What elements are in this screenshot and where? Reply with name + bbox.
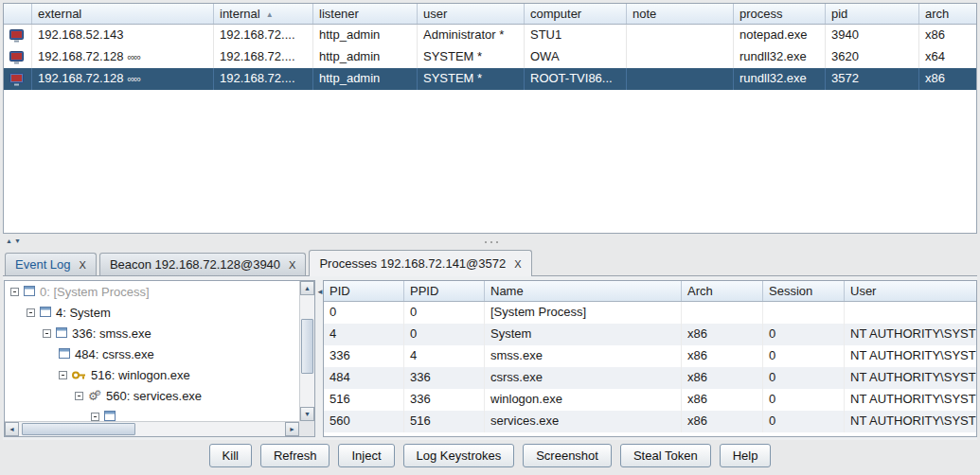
column-icon[interactable] [4, 4, 32, 24]
column-pid[interactable]: pid [826, 4, 919, 24]
scroll-up-icon[interactable]: ▲ [300, 281, 314, 295]
proc-name: System [485, 324, 682, 345]
column-user[interactable]: user [418, 4, 525, 24]
beacon-user: SYSTEM * [418, 68, 525, 90]
proc-ppid: 4 [404, 345, 485, 367]
tree-item[interactable]: 336: smss.exe [5, 323, 299, 343]
proc-name: [System Process] [485, 302, 682, 324]
tree-item[interactable]: 4: System [5, 302, 299, 323]
tree-item[interactable]: 0: [System Process] [5, 281, 299, 302]
chain-link-icon: ∞∞ [127, 73, 140, 84]
screenshot-button[interactable]: Screenshot [523, 444, 612, 467]
tab-beacon[interactable]: Beacon 192.168.72.128@3940 X [99, 253, 307, 275]
table-row-selected[interactable]: 192.168.72.128∞∞ 192.168.72.... http_adm… [4, 68, 976, 90]
column-listener[interactable]: listener [313, 4, 418, 24]
chain-link-icon: ∞∞ [127, 51, 140, 62]
beacon-internal: 192.168.72.... [214, 68, 313, 90]
beacon-listener: http_admin [313, 46, 418, 68]
column-arch[interactable]: Arch [682, 281, 763, 301]
collapse-expander-icon[interactable] [27, 308, 35, 317]
tab-label: Event Log [15, 257, 71, 272]
close-icon[interactable]: X [80, 259, 86, 271]
collapse-expander-icon[interactable] [75, 392, 83, 400]
window-icon [40, 306, 51, 320]
kill-button[interactable]: Kill [209, 444, 252, 467]
table-row[interactable]: 192.168.52.143 192.168.72.... http_admin… [4, 25, 976, 46]
proc-ppid: 516 [404, 411, 485, 432]
column-internal[interactable]: internal▲ [214, 4, 313, 24]
window-icon [56, 326, 67, 341]
column-session[interactable]: Session [763, 281, 845, 301]
table-row[interactable]: 516 336 winlogon.exe x86 0 NT AUTHORITY\… [324, 389, 976, 411]
proc-pid: 516 [324, 389, 404, 411]
column-user[interactable]: User [845, 281, 976, 301]
scrollbar-corner [299, 421, 314, 436]
inject-button[interactable]: Inject [338, 444, 394, 467]
window-icon [59, 347, 70, 361]
column-pid[interactable]: PID [324, 281, 404, 301]
table-row[interactable]: 4 0 System x86 0 NT AUTHORITY\SYST [324, 324, 976, 345]
vertical-scrollbar-thumb[interactable] [301, 319, 313, 374]
process-tree: 0: [System Process] 4: System 336: smss.… [5, 281, 299, 421]
splitter-collapse-icons[interactable]: ▲▼ [6, 238, 23, 244]
scroll-right-icon[interactable]: ► [285, 422, 299, 436]
proc-arch: x86 [682, 367, 763, 389]
beacon-process: rundll32.exe [734, 68, 826, 90]
table-row[interactable]: 336 4 smss.exe x86 0 NT AUTHORITY\SYST [324, 345, 976, 367]
proc-user: NT AUTHORITY\SYST [845, 367, 976, 389]
vertical-splitter[interactable]: ◄ [316, 280, 323, 437]
table-row[interactable]: 560 516 services.exe x86 0 NT AUTHORITY\… [324, 411, 976, 432]
scroll-left-icon[interactable]: ◄ [5, 422, 19, 436]
tree-item[interactable]: 484: csrss.exe [5, 343, 299, 364]
close-icon[interactable]: X [289, 259, 295, 271]
column-note[interactable]: note [627, 4, 734, 24]
proc-arch: x86 [682, 345, 763, 367]
proc-session: 0 [763, 367, 845, 389]
beacon-process: rundll32.exe [734, 46, 826, 68]
help-button[interactable]: Help [720, 444, 772, 467]
collapse-expander-icon[interactable] [10, 288, 19, 296]
beacon-computer: STU1 [525, 25, 627, 46]
proc-session: 0 [763, 324, 845, 345]
collapse-expander-icon[interactable] [43, 329, 51, 338]
tree-item[interactable]: 516: winlogon.exe [5, 364, 299, 385]
column-external[interactable]: external [32, 4, 214, 24]
proc-ppid: 336 [404, 367, 485, 389]
tree-item[interactable]: ⚙⚙ 560: services.exe [5, 385, 299, 406]
steal-token-button[interactable]: Steal Token [620, 444, 711, 467]
vertical-scrollbar[interactable]: ▲ ▼ [299, 281, 314, 421]
scroll-down-icon[interactable]: ▼ [300, 407, 314, 421]
tab-event-log[interactable]: Event Log X [5, 253, 97, 275]
tab-label: Beacon 192.168.72.128@3940 [110, 257, 280, 272]
table-row[interactable]: 192.168.72.128∞∞ 192.168.72.... http_adm… [4, 46, 976, 68]
log-keystrokes-button[interactable]: Log Keystrokes [403, 444, 515, 467]
proc-session: 0 [763, 389, 845, 411]
refresh-button[interactable]: Refresh [260, 444, 330, 467]
horizontal-scrollbar[interactable]: ◄ ► [5, 421, 299, 436]
close-icon[interactable]: X [514, 258, 521, 270]
column-process[interactable]: process [734, 4, 826, 24]
column-internal-label: internal [220, 7, 260, 21]
tab-bar: Event Log X Beacon 192.168.72.128@3940 X… [3, 249, 977, 276]
proc-arch [682, 302, 763, 324]
column-name[interactable]: Name [485, 281, 682, 301]
column-computer[interactable]: computer [525, 4, 627, 24]
proc-pid: 484 [324, 367, 404, 389]
table-row[interactable]: 484 336 csrss.exe x86 0 NT AUTHORITY\SYS… [324, 367, 976, 389]
beacon-table-header: external internal▲ listener user compute… [4, 4, 976, 25]
proc-session: 0 [763, 411, 845, 432]
tree-item-label: 560: services.exe [106, 389, 202, 403]
tree-item[interactable] [5, 406, 299, 421]
horizontal-splitter[interactable]: ▲▼ [0, 236, 980, 247]
horizontal-scrollbar-thumb[interactable] [22, 423, 135, 435]
tab-processes[interactable]: Processes 192.168.72.141@3572 X [309, 250, 531, 276]
table-row[interactable]: 0 0 [System Process] [324, 302, 976, 324]
collapse-expander-icon[interactable] [59, 371, 67, 379]
tree-item-label: 0: [System Process] [40, 285, 150, 299]
collapse-expander-icon[interactable] [91, 413, 99, 421]
process-table: PID PPID Name Arch Session User 0 0 [Sys… [323, 280, 977, 437]
column-ppid[interactable]: PPID [404, 281, 485, 301]
beacon-external: 192.168.72.128∞∞ [32, 46, 214, 68]
column-arch[interactable]: arch [919, 4, 976, 24]
beacon-external: 192.168.52.143 [32, 25, 214, 46]
